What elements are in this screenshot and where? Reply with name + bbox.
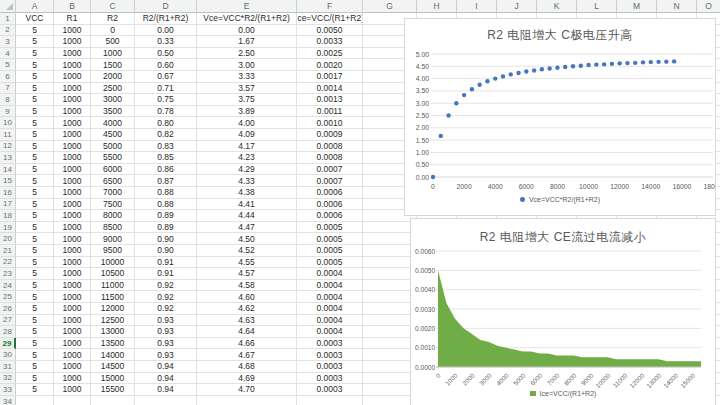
cell-A20[interactable]: 5 (16, 233, 54, 245)
cell-C13[interactable]: 5500 (91, 152, 135, 164)
cell-D13[interactable]: 0.85 (135, 152, 197, 164)
cell-C18[interactable]: 8000 (91, 210, 135, 222)
cell-C25[interactable]: 11500 (91, 291, 135, 303)
cell-A14[interactable]: 5 (16, 164, 54, 176)
cell-A22[interactable]: 5 (16, 257, 54, 269)
row-header-1[interactable]: 1 (0, 13, 16, 25)
cell-E29[interactable]: 4.66 (197, 338, 297, 350)
cell-A8[interactable]: 5 (16, 94, 54, 106)
cell-C1[interactable]: R2 (91, 13, 135, 25)
cell-F20[interactable]: 0.0005 (297, 233, 363, 245)
cell-A30[interactable]: 5 (16, 349, 54, 361)
cell-F4[interactable]: 0.0025 (297, 48, 363, 60)
cell-E3[interactable]: 1.67 (197, 36, 297, 48)
cell-F3[interactable]: 0.0033 (297, 36, 363, 48)
column-header-C[interactable]: C (91, 0, 135, 13)
cell-F27[interactable]: 0.0004 (297, 315, 363, 327)
column-header-N[interactable]: N (657, 0, 697, 13)
cell-D23[interactable]: 0.91 (135, 268, 197, 280)
cell-B28[interactable]: 1000 (54, 326, 91, 338)
cell-F28[interactable]: 0.0004 (297, 326, 363, 338)
cell-D15[interactable]: 0.87 (135, 175, 197, 187)
cell-C14[interactable]: 6000 (91, 164, 135, 176)
cell-E28[interactable]: 4.64 (197, 326, 297, 338)
cell-F15[interactable]: 0.0007 (297, 175, 363, 187)
column-header-D[interactable]: D (135, 0, 197, 13)
cell-G21[interactable] (363, 245, 417, 257)
row-header-26[interactable]: 26 (0, 303, 16, 315)
cell-B22[interactable]: 1000 (54, 257, 91, 269)
column-header-O[interactable]: O (697, 0, 720, 13)
cell-A16[interactable]: 5 (16, 187, 54, 199)
cell-E18[interactable]: 4.44 (197, 210, 297, 222)
row-header-22[interactable]: 22 (0, 257, 16, 269)
cell-C19[interactable]: 8500 (91, 222, 135, 234)
cell-A13[interactable]: 5 (16, 152, 54, 164)
cell-D10[interactable]: 0.80 (135, 117, 197, 129)
row-header-9[interactable]: 9 (0, 106, 16, 118)
cell-E20[interactable]: 4.50 (197, 233, 297, 245)
cell-B33[interactable]: 1000 (54, 384, 91, 396)
cell-G25[interactable] (363, 291, 417, 303)
cell-E9[interactable]: 3.89 (197, 106, 297, 118)
cell-D20[interactable]: 0.90 (135, 233, 197, 245)
cell-B11[interactable]: 1000 (54, 129, 91, 141)
cell-D34[interactable] (135, 396, 197, 405)
cell-C23[interactable]: 10500 (91, 268, 135, 280)
cell-D28[interactable]: 0.93 (135, 326, 197, 338)
cell-E5[interactable]: 3.00 (197, 59, 297, 71)
cell-D11[interactable]: 0.82 (135, 129, 197, 141)
cell-A28[interactable]: 5 (16, 326, 54, 338)
cell-D16[interactable]: 0.88 (135, 187, 197, 199)
cell-E34[interactable] (197, 396, 297, 405)
cell-C8[interactable]: 3000 (91, 94, 135, 106)
row-header-30[interactable]: 30 (0, 349, 16, 361)
cell-D14[interactable]: 0.86 (135, 164, 197, 176)
cell-C29[interactable]: 13500 (91, 338, 135, 350)
cell-E31[interactable]: 4.68 (197, 361, 297, 373)
cell-E14[interactable]: 4.29 (197, 164, 297, 176)
cell-A2[interactable]: 5 (16, 25, 54, 37)
cell-C34[interactable] (91, 396, 135, 405)
cell-A17[interactable]: 5 (16, 199, 54, 211)
cell-B6[interactable]: 1000 (54, 71, 91, 83)
cell-B34[interactable] (54, 396, 91, 405)
column-header-K[interactable]: K (537, 0, 577, 13)
cell-D8[interactable]: 0.75 (135, 94, 197, 106)
row-header-18[interactable]: 18 (0, 210, 16, 222)
row-header-3[interactable]: 3 (0, 36, 16, 48)
column-header-F[interactable]: F (297, 0, 363, 13)
cell-A25[interactable]: 5 (16, 291, 54, 303)
cell-D12[interactable]: 0.83 (135, 141, 197, 153)
cell-C28[interactable]: 13000 (91, 326, 135, 338)
cell-E23[interactable]: 4.57 (197, 268, 297, 280)
cell-A29[interactable]: 5 (16, 338, 54, 350)
cell-F14[interactable]: 0.0007 (297, 164, 363, 176)
cell-E22[interactable]: 4.55 (197, 257, 297, 269)
row-header-15[interactable]: 15 (0, 175, 16, 187)
cell-B2[interactable]: 1000 (54, 25, 91, 37)
row-header-29[interactable]: 29 (0, 338, 16, 350)
cell-D2[interactable]: 0.00 (135, 25, 197, 37)
cell-C33[interactable]: 15500 (91, 384, 135, 396)
cell-A33[interactable]: 5 (16, 384, 54, 396)
cell-D30[interactable]: 0.93 (135, 349, 197, 361)
row-header-17[interactable]: 17 (0, 199, 16, 211)
cell-A6[interactable]: 5 (16, 71, 54, 83)
cell-B14[interactable]: 1000 (54, 164, 91, 176)
cell-A23[interactable]: 5 (16, 268, 54, 280)
cell-F5[interactable]: 0.0020 (297, 59, 363, 71)
cell-G29[interactable] (363, 338, 417, 350)
cell-B5[interactable]: 1000 (54, 59, 91, 71)
select-all-corner[interactable] (0, 0, 16, 13)
cell-E16[interactable]: 4.38 (197, 187, 297, 199)
cell-B29[interactable]: 1000 (54, 338, 91, 350)
cell-B20[interactable]: 1000 (54, 233, 91, 245)
cell-G32[interactable] (363, 373, 417, 385)
cell-F17[interactable]: 0.0006 (297, 199, 363, 211)
cell-C4[interactable]: 1000 (91, 48, 135, 60)
cell-E7[interactable]: 3.57 (197, 83, 297, 95)
cell-F24[interactable]: 0.0004 (297, 280, 363, 292)
cell-E19[interactable]: 4.47 (197, 222, 297, 234)
cell-A10[interactable]: 5 (16, 117, 54, 129)
